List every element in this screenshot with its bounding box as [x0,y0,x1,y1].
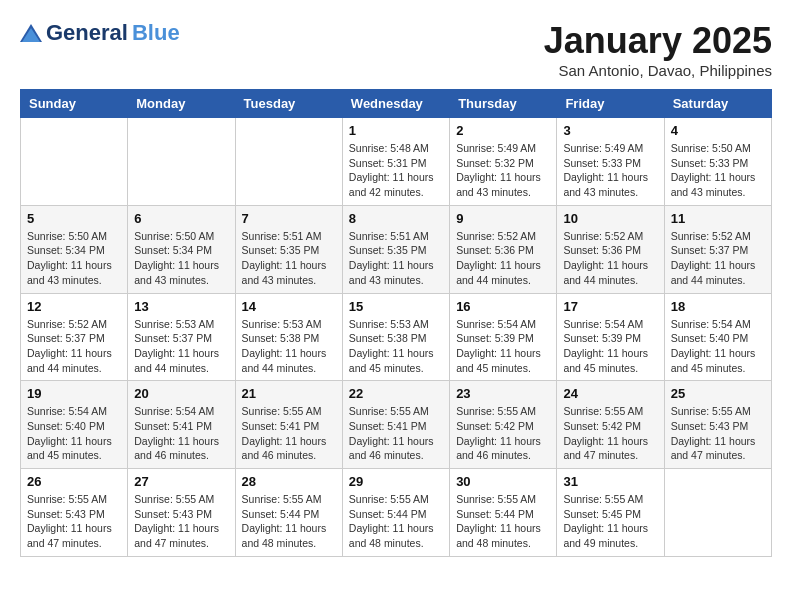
day-number: 25 [671,386,765,401]
day-number: 14 [242,299,336,314]
calendar-title: January 2025 [544,20,772,62]
calendar-cell: 27Sunrise: 5:55 AM Sunset: 5:43 PM Dayli… [128,469,235,557]
day-number: 20 [134,386,228,401]
day-number: 4 [671,123,765,138]
day-number: 11 [671,211,765,226]
calendar-cell [128,118,235,206]
day-info: Sunrise: 5:55 AM Sunset: 5:44 PM Dayligh… [349,492,443,551]
logo-icon [20,24,42,42]
day-number: 29 [349,474,443,489]
day-info: Sunrise: 5:54 AM Sunset: 5:40 PM Dayligh… [27,404,121,463]
day-number: 15 [349,299,443,314]
day-info: Sunrise: 5:55 AM Sunset: 5:43 PM Dayligh… [134,492,228,551]
day-info: Sunrise: 5:53 AM Sunset: 5:37 PM Dayligh… [134,317,228,376]
calendar-cell: 12Sunrise: 5:52 AM Sunset: 5:37 PM Dayli… [21,293,128,381]
day-number: 10 [563,211,657,226]
calendar-cell: 14Sunrise: 5:53 AM Sunset: 5:38 PM Dayli… [235,293,342,381]
calendar-cell: 13Sunrise: 5:53 AM Sunset: 5:37 PM Dayli… [128,293,235,381]
calendar-cell: 17Sunrise: 5:54 AM Sunset: 5:39 PM Dayli… [557,293,664,381]
day-info: Sunrise: 5:55 AM Sunset: 5:42 PM Dayligh… [456,404,550,463]
day-info: Sunrise: 5:51 AM Sunset: 5:35 PM Dayligh… [349,229,443,288]
calendar-cell: 15Sunrise: 5:53 AM Sunset: 5:38 PM Dayli… [342,293,449,381]
calendar-cell: 6Sunrise: 5:50 AM Sunset: 5:34 PM Daylig… [128,205,235,293]
day-number: 3 [563,123,657,138]
calendar-day-header: Saturday [664,90,771,118]
day-info: Sunrise: 5:55 AM Sunset: 5:44 PM Dayligh… [456,492,550,551]
day-info: Sunrise: 5:52 AM Sunset: 5:36 PM Dayligh… [563,229,657,288]
logo: GeneralBlue [20,20,180,46]
day-number: 2 [456,123,550,138]
day-number: 16 [456,299,550,314]
day-number: 21 [242,386,336,401]
day-info: Sunrise: 5:50 AM Sunset: 5:34 PM Dayligh… [134,229,228,288]
day-info: Sunrise: 5:55 AM Sunset: 5:41 PM Dayligh… [242,404,336,463]
calendar-cell: 18Sunrise: 5:54 AM Sunset: 5:40 PM Dayli… [664,293,771,381]
calendar-cell: 24Sunrise: 5:55 AM Sunset: 5:42 PM Dayli… [557,381,664,469]
calendar-week-row: 19Sunrise: 5:54 AM Sunset: 5:40 PM Dayli… [21,381,772,469]
day-number: 23 [456,386,550,401]
calendar-week-row: 5Sunrise: 5:50 AM Sunset: 5:34 PM Daylig… [21,205,772,293]
calendar-cell: 25Sunrise: 5:55 AM Sunset: 5:43 PM Dayli… [664,381,771,469]
title-area: January 2025 San Antonio, Davao, Philipp… [544,20,772,79]
header: GeneralBlue January 2025 San Antonio, Da… [20,20,772,79]
day-info: Sunrise: 5:51 AM Sunset: 5:35 PM Dayligh… [242,229,336,288]
day-info: Sunrise: 5:55 AM Sunset: 5:43 PM Dayligh… [671,404,765,463]
day-info: Sunrise: 5:54 AM Sunset: 5:40 PM Dayligh… [671,317,765,376]
calendar-day-header: Tuesday [235,90,342,118]
calendar-cell: 5Sunrise: 5:50 AM Sunset: 5:34 PM Daylig… [21,205,128,293]
day-info: Sunrise: 5:49 AM Sunset: 5:33 PM Dayligh… [563,141,657,200]
day-info: Sunrise: 5:50 AM Sunset: 5:34 PM Dayligh… [27,229,121,288]
day-info: Sunrise: 5:54 AM Sunset: 5:39 PM Dayligh… [563,317,657,376]
day-info: Sunrise: 5:49 AM Sunset: 5:32 PM Dayligh… [456,141,550,200]
calendar-cell: 30Sunrise: 5:55 AM Sunset: 5:44 PM Dayli… [450,469,557,557]
calendar-cell [664,469,771,557]
calendar-cell: 4Sunrise: 5:50 AM Sunset: 5:33 PM Daylig… [664,118,771,206]
day-number: 13 [134,299,228,314]
calendar-header-row: SundayMondayTuesdayWednesdayThursdayFrid… [21,90,772,118]
day-info: Sunrise: 5:54 AM Sunset: 5:41 PM Dayligh… [134,404,228,463]
calendar-cell: 9Sunrise: 5:52 AM Sunset: 5:36 PM Daylig… [450,205,557,293]
calendar-subtitle: San Antonio, Davao, Philippines [544,62,772,79]
day-number: 18 [671,299,765,314]
day-info: Sunrise: 5:54 AM Sunset: 5:39 PM Dayligh… [456,317,550,376]
day-info: Sunrise: 5:52 AM Sunset: 5:36 PM Dayligh… [456,229,550,288]
day-number: 7 [242,211,336,226]
calendar-cell: 29Sunrise: 5:55 AM Sunset: 5:44 PM Dayli… [342,469,449,557]
calendar-day-header: Wednesday [342,90,449,118]
day-number: 26 [27,474,121,489]
day-number: 5 [27,211,121,226]
day-number: 28 [242,474,336,489]
calendar-cell: 16Sunrise: 5:54 AM Sunset: 5:39 PM Dayli… [450,293,557,381]
day-info: Sunrise: 5:55 AM Sunset: 5:42 PM Dayligh… [563,404,657,463]
day-number: 17 [563,299,657,314]
calendar-day-header: Friday [557,90,664,118]
calendar-cell: 7Sunrise: 5:51 AM Sunset: 5:35 PM Daylig… [235,205,342,293]
calendar-week-row: 26Sunrise: 5:55 AM Sunset: 5:43 PM Dayli… [21,469,772,557]
day-number: 12 [27,299,121,314]
calendar-cell [21,118,128,206]
calendar-table: SundayMondayTuesdayWednesdayThursdayFrid… [20,89,772,557]
calendar-cell: 23Sunrise: 5:55 AM Sunset: 5:42 PM Dayli… [450,381,557,469]
calendar-cell: 3Sunrise: 5:49 AM Sunset: 5:33 PM Daylig… [557,118,664,206]
logo-blue: Blue [132,20,180,46]
day-number: 19 [27,386,121,401]
day-info: Sunrise: 5:52 AM Sunset: 5:37 PM Dayligh… [671,229,765,288]
day-info: Sunrise: 5:55 AM Sunset: 5:45 PM Dayligh… [563,492,657,551]
day-info: Sunrise: 5:50 AM Sunset: 5:33 PM Dayligh… [671,141,765,200]
calendar-cell: 21Sunrise: 5:55 AM Sunset: 5:41 PM Dayli… [235,381,342,469]
calendar-cell: 26Sunrise: 5:55 AM Sunset: 5:43 PM Dayli… [21,469,128,557]
day-info: Sunrise: 5:48 AM Sunset: 5:31 PM Dayligh… [349,141,443,200]
calendar-cell: 8Sunrise: 5:51 AM Sunset: 5:35 PM Daylig… [342,205,449,293]
day-number: 8 [349,211,443,226]
day-number: 1 [349,123,443,138]
calendar-cell: 28Sunrise: 5:55 AM Sunset: 5:44 PM Dayli… [235,469,342,557]
calendar-cell: 31Sunrise: 5:55 AM Sunset: 5:45 PM Dayli… [557,469,664,557]
day-number: 27 [134,474,228,489]
day-info: Sunrise: 5:52 AM Sunset: 5:37 PM Dayligh… [27,317,121,376]
day-number: 22 [349,386,443,401]
logo-general: General [46,20,128,46]
calendar-cell [235,118,342,206]
day-number: 9 [456,211,550,226]
calendar-week-row: 12Sunrise: 5:52 AM Sunset: 5:37 PM Dayli… [21,293,772,381]
day-number: 6 [134,211,228,226]
